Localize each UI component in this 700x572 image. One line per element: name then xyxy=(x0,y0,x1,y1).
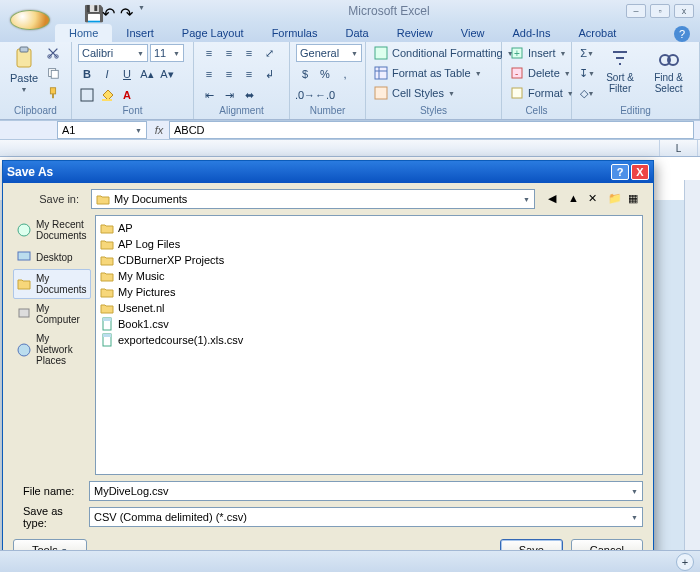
format-as-table-button[interactable]: Format as Table▼ xyxy=(372,64,484,82)
align-left-button[interactable]: ≡ xyxy=(200,65,218,83)
close-button[interactable]: x xyxy=(674,4,694,18)
back-icon[interactable]: ◀ xyxy=(547,191,563,207)
desktop-icon xyxy=(16,249,32,265)
insert-cells-button[interactable]: +Insert▼ xyxy=(508,44,568,62)
dialog-close-button[interactable]: X xyxy=(631,164,649,180)
ribbon: Paste ▼ Clipboard Calibri▼ 11▼ B I U A▴ … xyxy=(0,42,700,120)
paste-button[interactable]: Paste ▼ xyxy=(6,44,42,95)
list-item[interactable]: exportedcourse(1).xls.csv xyxy=(100,332,638,348)
conditional-formatting-button[interactable]: Conditional Formatting▼ xyxy=(372,44,516,62)
cut-button[interactable] xyxy=(44,44,62,62)
list-item[interactable]: Book1.csv xyxy=(100,316,638,332)
fx-icon[interactable]: fx xyxy=(149,124,169,136)
tab-view[interactable]: View xyxy=(447,24,499,42)
bold-button[interactable]: B xyxy=(78,65,96,83)
italic-button[interactable]: I xyxy=(98,65,116,83)
save-type-combo[interactable]: CSV (Comma delimited) (*.csv)▼ xyxy=(89,507,643,527)
decrease-decimal-button[interactable]: ←.0 xyxy=(316,86,334,104)
save-in-combo[interactable]: My Documents ▼ xyxy=(91,189,535,209)
up-icon[interactable]: ▲ xyxy=(567,191,583,207)
list-item[interactable]: Usenet.nl xyxy=(100,300,638,316)
tab-addins[interactable]: Add-Ins xyxy=(498,24,564,42)
qat-more-icon[interactable]: ▼ xyxy=(138,4,152,18)
new-folder-icon[interactable]: 📁 xyxy=(607,191,623,207)
orientation-button[interactable]: ⤢ xyxy=(260,44,278,62)
sort-filter-button[interactable]: Sort & Filter xyxy=(598,44,642,96)
align-center-button[interactable]: ≡ xyxy=(220,65,238,83)
border-button[interactable] xyxy=(78,86,96,104)
save-icon[interactable]: 💾 xyxy=(84,4,98,18)
zoom-in-icon[interactable]: + xyxy=(676,553,694,571)
tab-insert[interactable]: Insert xyxy=(112,24,168,42)
dialog-title-bar[interactable]: Save As ? X xyxy=(3,161,653,183)
dialog-help-button[interactable]: ? xyxy=(611,164,629,180)
currency-button[interactable]: $ xyxy=(296,65,314,83)
align-top-button[interactable]: ≡ xyxy=(200,44,218,62)
tab-formulas[interactable]: Formulas xyxy=(258,24,332,42)
tab-acrobat[interactable]: Acrobat xyxy=(564,24,630,42)
increase-decimal-button[interactable]: .0→ xyxy=(296,86,314,104)
delete-icon[interactable]: ✕ xyxy=(587,191,603,207)
minimize-button[interactable]: – xyxy=(626,4,646,18)
paste-icon xyxy=(12,46,36,70)
list-item[interactable]: My Pictures xyxy=(100,284,638,300)
copy-button[interactable] xyxy=(44,64,62,82)
font-name-combo[interactable]: Calibri▼ xyxy=(78,44,148,62)
file-name-field[interactable]: MyDiveLog.csv▼ xyxy=(89,481,643,501)
number-format-combo[interactable]: General▼ xyxy=(296,44,362,62)
list-item[interactable]: AP Log Files xyxy=(100,236,638,252)
tab-page-layout[interactable]: Page Layout xyxy=(168,24,258,42)
font-size-combo[interactable]: 11▼ xyxy=(150,44,184,62)
tab-review[interactable]: Review xyxy=(383,24,447,42)
list-item[interactable]: My Music xyxy=(100,268,638,284)
formula-bar[interactable]: ABCD xyxy=(169,121,694,139)
increase-indent-button[interactable]: ⇥ xyxy=(220,86,238,104)
tab-home[interactable]: Home xyxy=(55,24,112,42)
format-painter-button[interactable] xyxy=(44,84,62,102)
wrap-text-button[interactable]: ↲ xyxy=(260,65,278,83)
place-network[interactable]: My Network Places xyxy=(13,329,91,370)
place-recent[interactable]: My Recent Documents xyxy=(13,215,91,245)
file-list[interactable]: APAP Log FilesCDBurnerXP ProjectsMy Musi… xyxy=(95,215,643,475)
restore-button[interactable]: ▫ xyxy=(650,4,670,18)
place-computer[interactable]: My Computer xyxy=(13,299,91,329)
find-select-button[interactable]: Find & Select xyxy=(644,44,693,96)
help-icon[interactable]: ? xyxy=(674,26,690,42)
align-right-button[interactable]: ≡ xyxy=(240,65,258,83)
format-cells-button[interactable]: Format▼ xyxy=(508,84,576,102)
align-bottom-button[interactable]: ≡ xyxy=(240,44,258,62)
list-item[interactable]: CDBurnerXP Projects xyxy=(100,252,638,268)
folder-icon xyxy=(100,237,114,251)
svg-point-22 xyxy=(18,224,30,236)
name-box[interactable]: A1▼ xyxy=(57,121,147,139)
decrease-indent-button[interactable]: ⇤ xyxy=(200,86,218,104)
vertical-scrollbar[interactable] xyxy=(684,180,700,550)
folder-icon xyxy=(100,301,114,315)
cell-styles-button[interactable]: Cell Styles▼ xyxy=(372,84,457,102)
comma-button[interactable]: , xyxy=(336,65,354,83)
undo-icon[interactable]: ↶ xyxy=(102,4,116,18)
place-documents[interactable]: My Documents xyxy=(13,269,91,299)
office-button[interactable] xyxy=(10,10,50,30)
font-color-button[interactable]: A xyxy=(118,86,136,104)
delete-cells-button[interactable]: -Delete▼ xyxy=(508,64,573,82)
merge-button[interactable]: ⬌ xyxy=(240,86,258,104)
align-middle-button[interactable]: ≡ xyxy=(220,44,238,62)
ribbon-tabs: Home Insert Page Layout Formulas Data Re… xyxy=(0,22,700,42)
format-icon xyxy=(510,86,524,100)
underline-button[interactable]: U xyxy=(118,65,136,83)
group-alignment: ≡ ≡ ≡ ⤢ ≡ ≡ ≡ ↲ ⇤ ⇥ ⬌ Alignment xyxy=(194,42,290,119)
fill-color-button[interactable] xyxy=(98,86,116,104)
fill-button[interactable]: ↧▼ xyxy=(578,64,596,82)
autosum-button[interactable]: Σ▼ xyxy=(578,44,596,62)
column-header[interactable]: L xyxy=(660,140,698,156)
percent-button[interactable]: % xyxy=(316,65,334,83)
list-item[interactable]: AP xyxy=(100,220,638,236)
tab-data[interactable]: Data xyxy=(331,24,382,42)
shrink-font-button[interactable]: A▾ xyxy=(158,65,176,83)
clear-button[interactable]: ◇▼ xyxy=(578,84,596,102)
views-icon[interactable]: ▦ xyxy=(627,191,643,207)
place-desktop[interactable]: Desktop xyxy=(13,245,91,269)
redo-icon[interactable]: ↷ xyxy=(120,4,134,18)
grow-font-button[interactable]: A▴ xyxy=(138,65,156,83)
